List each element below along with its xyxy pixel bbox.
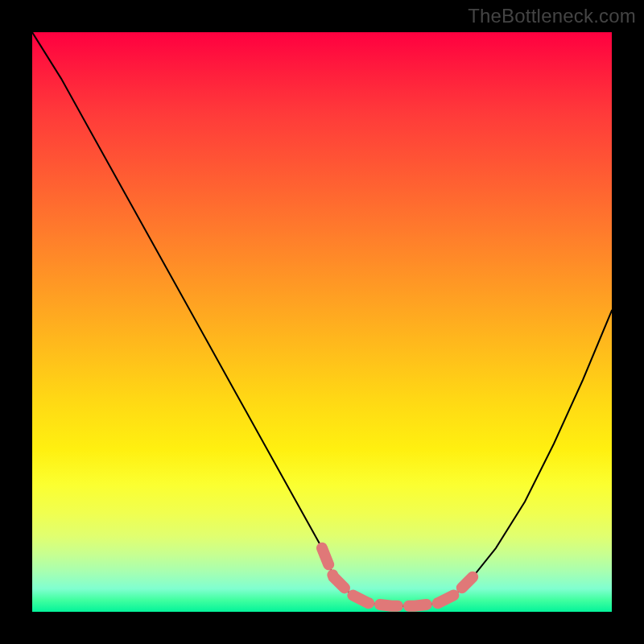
plot-area [32,32,612,612]
optimal-zone-marker [322,548,473,606]
watermark-text: TheBottleneck.com [468,5,636,27]
bottleneck-curve [32,32,612,606]
curve-svg [32,32,612,612]
chart-frame: TheBottleneck.com [0,0,644,644]
